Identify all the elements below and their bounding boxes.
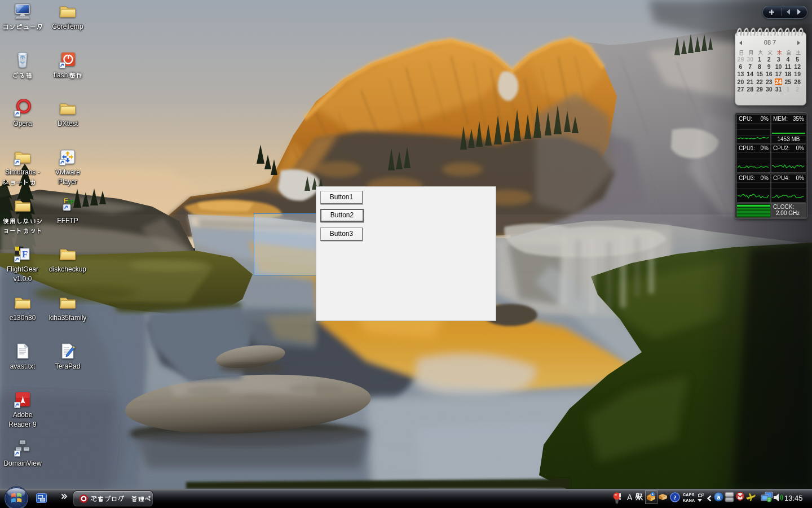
svg-text:a: a <box>717 494 721 501</box>
svg-text:F: F <box>22 249 28 260</box>
svg-text:?: ? <box>673 494 677 501</box>
